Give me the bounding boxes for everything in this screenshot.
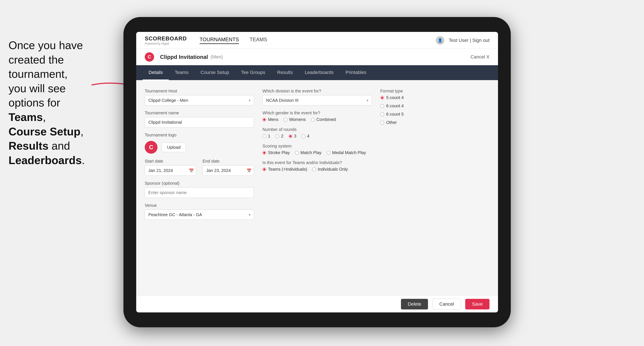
end-date-field: End date 📅 <box>202 159 254 176</box>
nav-link-teams[interactable]: TEAMS <box>250 36 267 44</box>
format-other[interactable]: Other <box>380 120 490 125</box>
save-button[interactable]: Save <box>465 299 490 310</box>
instruction-bold-leaderboards: Leaderboards <box>8 154 82 167</box>
teams-plus-radio[interactable] <box>262 168 266 171</box>
individuals-only-radio[interactable] <box>312 168 316 171</box>
tab-results[interactable]: Results <box>271 65 298 80</box>
rounds-1[interactable]: 1 <box>262 134 270 139</box>
format-6count5-label: 6 count 5 <box>386 112 404 117</box>
tournament-logo-label: Tournament logo <box>145 133 254 138</box>
logo-title: SCOREBOARD <box>145 35 187 42</box>
format-label: Format type <box>380 89 490 94</box>
rounds-2-label: 2 <box>281 134 283 139</box>
upload-button[interactable]: Upload <box>162 143 186 152</box>
gender-combined[interactable]: Combined <box>311 117 336 122</box>
gender-womens-label: Womens <box>289 117 306 122</box>
venue-select[interactable]: Peachtree GC - Atlanta - GA <box>145 209 254 220</box>
rounds-1-radio[interactable] <box>262 134 266 138</box>
date-fields: Start date 📅 End date 📅 <box>145 159 254 176</box>
tab-tee-groups[interactable]: Tee Groups <box>235 65 271 80</box>
individuals-only[interactable]: Individuals Only <box>312 167 348 172</box>
scoring-match-radio[interactable] <box>295 151 299 155</box>
user-avatar: 👤 <box>436 36 444 45</box>
gender-womens-radio[interactable] <box>284 118 287 122</box>
logo-upload-row: C Upload <box>145 141 254 154</box>
teams-field: Is this event for Teams and/or Individua… <box>262 160 372 172</box>
scoring-radio-group: Stroke Play Match Play Medal Match Play <box>262 150 372 155</box>
start-date-input[interactable] <box>145 165 196 176</box>
format-5count4-radio[interactable] <box>380 96 384 100</box>
form-column-2: Which division is the event for? NCAA Di… <box>262 89 372 220</box>
division-select-wrapper: NCAA Division III <box>262 95 372 105</box>
tabs-bar: Details Teams Course Setup Tee Groups Re… <box>136 65 498 80</box>
format-other-radio[interactable] <box>380 121 384 125</box>
user-label[interactable]: Test User | Sign out <box>449 38 490 43</box>
scoring-stroke[interactable]: Stroke Play <box>262 150 290 155</box>
tab-leaderboards[interactable]: Leaderboards <box>299 65 340 80</box>
format-6count5[interactable]: 6 count 5 <box>380 112 490 117</box>
date-row: Start date 📅 End date 📅 <box>145 159 254 176</box>
format-other-label: Other <box>386 120 397 125</box>
tournament-host-select[interactable]: Clippd College - Men <box>145 95 254 105</box>
form-column-3: Format type 5 count 4 6 count 4 <box>380 89 490 220</box>
scoring-match[interactable]: Match Play <box>295 150 322 155</box>
gender-mens-radio[interactable] <box>262 118 266 122</box>
scoring-medal[interactable]: Medal Match Play <box>327 150 366 155</box>
rounds-1-label: 1 <box>268 134 270 139</box>
teams-plus-individuals[interactable]: Teams (+Individuals) <box>262 167 307 172</box>
instruction-period: . <box>82 154 85 167</box>
gender-combined-radio[interactable] <box>311 118 315 122</box>
tournament-title-row: C Clippd Invitational (Men) <box>145 52 223 62</box>
teams-label: Is this event for Teams and/or Individua… <box>262 160 372 165</box>
rounds-2[interactable]: 2 <box>276 134 283 139</box>
delete-button[interactable]: Delete <box>401 299 428 310</box>
cancel-button[interactable]: Cancel <box>432 299 461 310</box>
rounds-3[interactable]: 3 <box>288 134 296 139</box>
tablet-device: SCOREBOARD Powered by clippd TOURNAMENTS… <box>124 17 511 327</box>
format-5count4-label: 5 count 4 <box>386 95 404 100</box>
form-column-1: Tournament Host Clippd College - Men Tou… <box>145 89 254 220</box>
rounds-4-radio[interactable] <box>302 134 306 138</box>
venue-field: Venue Peachtree GC - Atlanta - GA <box>145 203 254 220</box>
scoring-stroke-radio[interactable] <box>262 151 266 155</box>
scoring-medal-radio[interactable] <box>327 151 330 155</box>
tournament-name-input[interactable] <box>145 117 254 128</box>
instruction-line1: Once you havecreated thetournament,you w… <box>8 39 83 109</box>
format-6count4-radio[interactable] <box>380 104 384 108</box>
format-6count5-radio[interactable] <box>380 112 384 116</box>
end-date-label: End date <box>202 159 254 164</box>
rounds-3-radio[interactable] <box>288 134 292 138</box>
nav-link-tournaments[interactable]: TOURNAMENTS <box>200 36 239 44</box>
instruction-comma2: , <box>80 125 84 138</box>
venue-label: Venue <box>145 203 254 208</box>
tournament-logo-small: C <box>145 52 154 62</box>
format-6count4[interactable]: 6 count 4 <box>380 104 490 108</box>
end-date-input[interactable] <box>202 165 254 176</box>
tab-course-setup[interactable]: Course Setup <box>194 65 235 80</box>
division-field: Which division is the event for? NCAA Di… <box>262 89 372 105</box>
rounds-4[interactable]: 4 <box>302 134 310 139</box>
division-label: Which division is the event for? <box>262 89 372 94</box>
tab-teams[interactable]: Teams <box>169 65 194 80</box>
gender-mens[interactable]: Mens <box>262 117 278 122</box>
gender-radio-group: Mens Womens Combined <box>262 117 372 122</box>
cancel-button-top[interactable]: Cancel X <box>470 54 490 60</box>
tournament-name-field: Tournament name <box>145 111 254 128</box>
footer-bar: Delete Cancel Save <box>136 295 498 312</box>
form-grid: Tournament Host Clippd College - Men Tou… <box>145 89 490 220</box>
nav-links: TOURNAMENTS TEAMS <box>200 36 436 44</box>
gender-mens-label: Mens <box>268 117 278 122</box>
scoring-field: Scoring system Stroke Play Match Play <box>262 144 372 155</box>
sponsor-input[interactable] <box>145 187 254 198</box>
tab-details[interactable]: Details <box>142 65 169 80</box>
rounds-2-radio[interactable] <box>276 134 279 138</box>
instructional-text: Once you havecreated thetournament,you w… <box>0 30 124 176</box>
gender-womens[interactable]: Womens <box>284 117 306 122</box>
tournament-subtitle: (Men) <box>210 54 222 60</box>
format-5count4[interactable]: 5 count 4 <box>380 95 490 100</box>
division-select[interactable]: NCAA Division III <box>262 95 372 105</box>
rounds-field: Number of rounds 1 2 <box>262 127 372 139</box>
individuals-only-label: Individuals Only <box>318 167 348 172</box>
tab-printables[interactable]: Printables <box>340 65 372 80</box>
gender-label: Which gender is the event for? <box>262 111 372 115</box>
